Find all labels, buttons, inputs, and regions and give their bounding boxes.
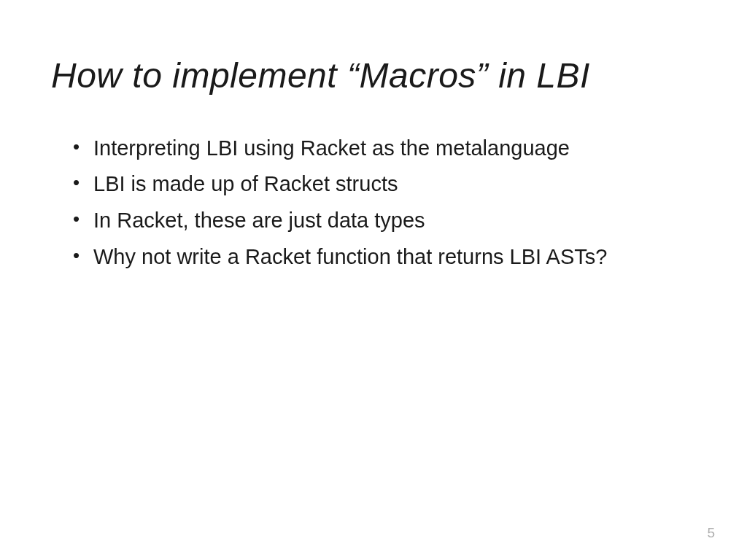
- page-number: 5: [707, 525, 715, 541]
- list-item: Why not write a Racket function that ret…: [73, 242, 696, 272]
- slide-title: How to implement “Macros” in LBI: [51, 57, 696, 96]
- slide-container: How to implement “Macros” in LBI Interpr…: [0, 0, 747, 560]
- list-item: Interpreting LBI using Racket as the met…: [73, 133, 696, 163]
- bullet-list: Interpreting LBI using Racket as the met…: [51, 133, 696, 271]
- list-item: LBI is made up of Racket structs: [73, 169, 696, 199]
- list-item: In Racket, these are just data types: [73, 206, 696, 236]
